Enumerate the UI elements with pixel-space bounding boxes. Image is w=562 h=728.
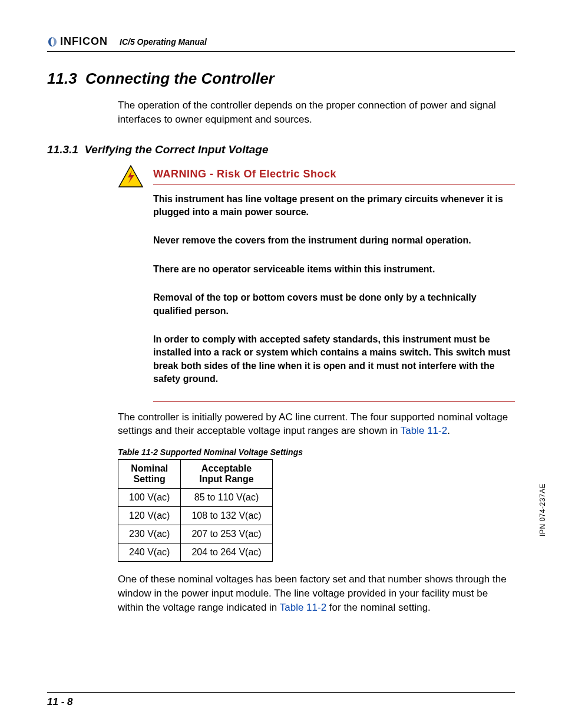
page-number: 11 - 8 <box>47 696 72 708</box>
brand-logo: INFICON <box>47 35 108 48</box>
table-link[interactable]: Table 11-2 <box>401 425 447 436</box>
after-table-paragraph: One of these nominal voltages has been f… <box>118 572 515 614</box>
logo-icon <box>47 37 58 47</box>
table-row: 120 V(ac) 108 to 132 V(ac) <box>118 507 273 525</box>
warning-paragraph: Never remove the covers from the instrum… <box>153 234 515 247</box>
subsection-heading: 11.3.1 Verifying the Correct Input Volta… <box>47 143 515 156</box>
warning-block: WARNING - Risk Of Electric Shock This in… <box>118 168 515 402</box>
footer-rule <box>47 692 515 693</box>
warning-title: WARNING - Risk Of Electric Shock <box>153 168 515 180</box>
warning-paragraph: This instrument has line voltage present… <box>153 193 515 219</box>
warning-paragraph: Removal of the top or bottom covers must… <box>153 291 515 318</box>
warning-rule-top <box>153 184 515 185</box>
table-row: 240 V(ac) 204 to 264 V(ac) <box>118 543 273 562</box>
table-row: 230 V(ac) 207 to 253 V(ac) <box>118 525 273 543</box>
section-intro: The operation of the controller depends … <box>118 98 515 127</box>
warning-rule-bottom <box>153 401 515 402</box>
col-range-header: Acceptable Input Range <box>181 460 272 489</box>
manual-title: IC/5 Operating Manual <box>120 37 207 48</box>
post-warning-paragraph: The controller is initially powered by A… <box>118 410 515 439</box>
warning-body: This instrument has line voltage present… <box>153 193 515 386</box>
table-row: 100 V(ac) 85 to 110 V(ac) <box>118 489 273 507</box>
warning-paragraph: In order to comply with accepted safety … <box>153 333 515 386</box>
section-heading: 11.3 Connecting the Controller <box>47 70 515 88</box>
page-header: INFICON IC/5 Operating Manual <box>47 35 515 52</box>
table-link[interactable]: Table 11-2 <box>280 602 326 613</box>
voltage-table: Nominal Setting Acceptable Input Range 1… <box>118 459 273 562</box>
document-id: IPN 074-237AE <box>538 483 547 536</box>
shock-warning-icon <box>118 164 144 190</box>
brand-text: INFICON <box>60 35 108 48</box>
col-nominal-header: Nominal Setting <box>118 460 181 489</box>
table-caption: Table 11-2 Supported Nominal Voltage Set… <box>118 447 515 457</box>
warning-paragraph: There are no operator serviceable items … <box>153 263 515 276</box>
table-header-row: Nominal Setting Acceptable Input Range <box>118 460 273 489</box>
